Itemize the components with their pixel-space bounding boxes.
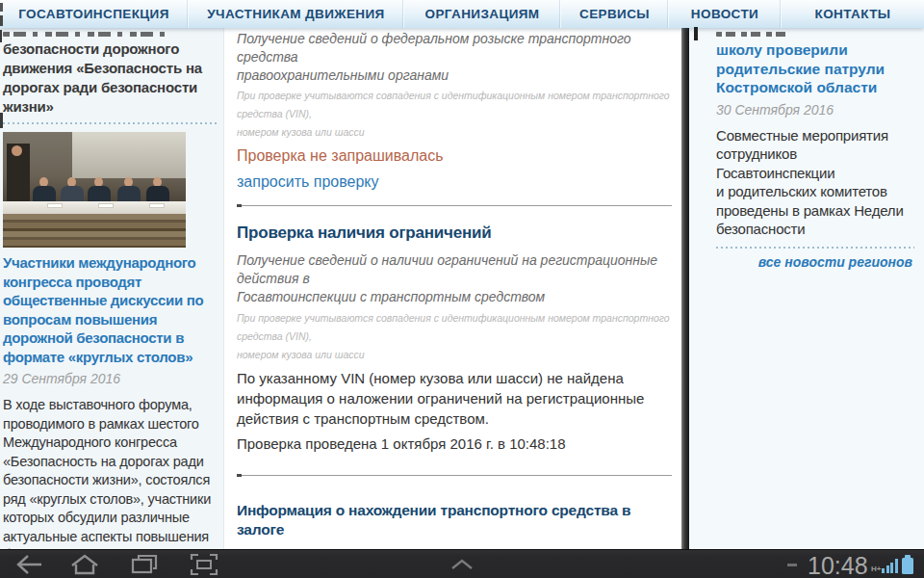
edge-artifact [0, 30, 2, 42]
restrictions-description: Получение сведений о наличии ограничений… [237, 251, 672, 306]
back-button[interactable] [11, 550, 47, 578]
screenshot-button[interactable] [186, 550, 222, 578]
nav-kontakty[interactable]: КОНТАКТЫ [782, 0, 924, 28]
wanted-check-description: Получение сведений о федеральном розыске… [237, 30, 672, 85]
nav-organizacijam[interactable]: ОРГАНИЗАЦИЯМ [404, 0, 561, 28]
news-headline-fragment: безопасности дорожного движения «Безопас… [3, 39, 218, 117]
left-news-date: 29 Сентября 2016 [3, 371, 218, 386]
home-button[interactable] [66, 550, 103, 578]
nav-novosti[interactable]: НОВОСТИ [669, 0, 782, 28]
panelist-shape [145, 177, 170, 204]
page-scrollbar[interactable] [681, 28, 689, 549]
edge-artifact [0, 3, 3, 12]
edge-artifact [0, 15, 3, 26]
regional-news-body: Совместные мероприятия сотрудников Госав… [716, 126, 914, 239]
name-card-shape [98, 203, 114, 208]
restrictions-result-text: По указанному VIN (номер кузова или шасс… [237, 368, 672, 429]
panelist-shape [116, 177, 141, 204]
recent-apps-icon [131, 553, 158, 576]
status-clock[interactable]: 10:48 [808, 552, 868, 578]
wanted-check-note: При проверке учитываются совпадения с ид… [237, 87, 672, 142]
left-news-column: безопасности дорожного движения «Безопас… [0, 28, 224, 549]
edge-artifact [694, 27, 698, 40]
wood-panel-shape [3, 214, 186, 248]
nav-gosavtoinspekcija[interactable]: ГОСАВТОИНСПЕКЦИЯ [0, 0, 189, 28]
signal-bars-icon [882, 559, 898, 573]
home-icon [70, 553, 99, 576]
vehicle-check-main: Получение сведений о федеральном розыске… [225, 28, 681, 549]
tablet-screen: ГОСАВТОИНСПЕКЦИЯ УЧАСТНИКАМ ДВИЖЕНИЯ ОРГ… [0, 0, 924, 578]
check-timestamp: Проверка проведена 1 октября 2016 г. в 1… [237, 435, 672, 452]
restrictions-section-title: Проверка наличия ограничений [237, 223, 672, 243]
clipped-text-fragment [3, 32, 172, 37]
regional-news-title[interactable]: школу проверили родительские патрули Кос… [716, 40, 914, 97]
screenshot-icon [190, 553, 218, 576]
dotted-divider [3, 122, 218, 124]
nav-uchastnikam-dvizhenija[interactable]: УЧАСТНИКАМ ДВИЖЕНИЯ [189, 0, 404, 28]
panelist-shape [60, 177, 85, 204]
section-divider [237, 475, 672, 476]
site-nav: ГОСАВТОИНСПЕКЦИЯ УЧАСТНИКАМ ДВИЖЕНИЯ ОРГ… [0, 0, 924, 28]
name-card-shape [47, 203, 63, 208]
conference-panel-photo[interactable] [3, 132, 186, 248]
back-arrow-icon [14, 553, 43, 576]
edge-artifact [0, 113, 3, 128]
all-regional-news-link[interactable]: все новости регионов [716, 254, 914, 270]
panelist-shape [87, 177, 112, 204]
request-check-link[interactable]: запросить проверку [237, 173, 379, 191]
android-system-bar: 10:48 H+ [0, 549, 924, 578]
dotted-divider [716, 247, 914, 249]
regional-news-date: 30 Сентября 2016 [716, 102, 914, 118]
pledge-info-title: Информация о нахождении транспортного ср… [237, 501, 672, 539]
restrictions-note: При проверке учитываются совпадения с ид… [237, 309, 672, 364]
panelist-shape [32, 177, 57, 204]
regional-news-column: школу проверили родительские патрули Кос… [689, 28, 924, 549]
section-divider [237, 205, 672, 206]
check-status-text: Проверка не запрашивалась [237, 147, 672, 165]
network-signal-icon[interactable]: H+ [871, 556, 898, 574]
name-card-shape [149, 203, 165, 208]
projector-screen-shape [72, 132, 186, 178]
recent-apps-button[interactable] [126, 550, 163, 578]
left-news-title[interactable]: Участники международного конгресса прово… [3, 253, 218, 366]
nav-servisy[interactable]: СЕРВИСЫ [561, 0, 669, 28]
left-news-body: В ходе выставочного форума, проводимого … [3, 396, 218, 549]
clipped-text-fragment [716, 32, 791, 37]
network-type-label: H+ [871, 565, 881, 573]
battery-icon[interactable] [902, 555, 913, 574]
notification-dash-icon [787, 564, 797, 566]
expand-tray-button[interactable] [444, 550, 480, 578]
chevron-up-icon [449, 559, 475, 570]
